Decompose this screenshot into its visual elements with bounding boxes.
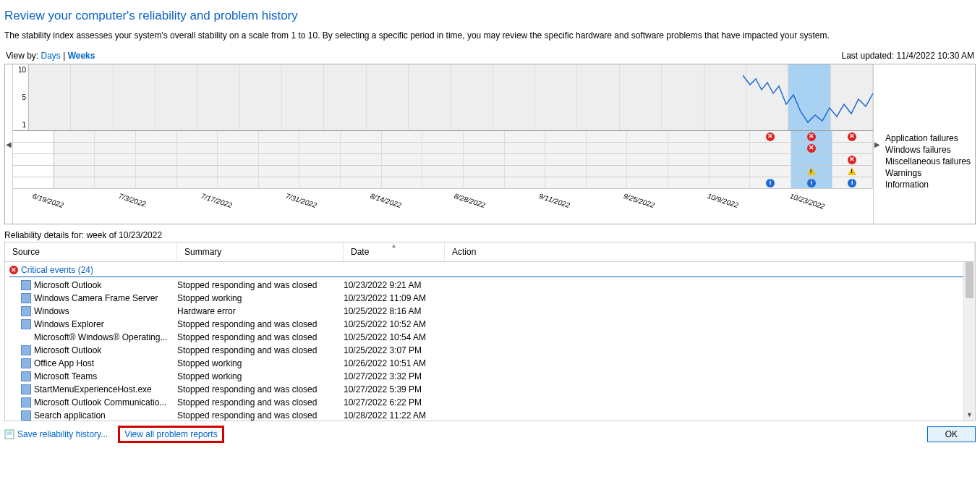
chart-column[interactable]	[662, 64, 704, 130]
table-scrollbar[interactable]: ▲ ▼	[963, 262, 975, 421]
chart-column[interactable]	[620, 64, 662, 130]
app-icon	[21, 319, 31, 329]
event-table: ✕ Critical events (24) ▲ Microsoft Outlo…	[4, 262, 976, 421]
footer: Save reliability history... View all pro…	[4, 426, 976, 443]
col-summary[interactable]: Summary	[177, 242, 344, 261]
event-row-labels: Application failures Windows failures Mi…	[881, 64, 975, 224]
app-icon	[21, 384, 31, 394]
table-row[interactable]: Windows Camera Frame ServerStopped worki…	[5, 292, 975, 305]
view-weeks-link[interactable]: Weeks	[68, 51, 95, 61]
table-row[interactable]: Microsoft OutlookStopped responding and …	[5, 344, 975, 357]
view-all-reports-link[interactable]: View all problem reports	[124, 429, 218, 439]
reliability-chart: ◀ 10 5 1 ✕i✕✕i✕✕i 6/19/20227/3/20227/17/…	[4, 64, 976, 224]
table-row[interactable]: Windows ExplorerStopped responding and w…	[5, 318, 975, 331]
table-row[interactable]: Microsoft OutlookStopped responding and …	[5, 279, 975, 292]
error-icon: ✕	[807, 132, 816, 141]
table-row[interactable]: StartMenuExperienceHost.exeStopped respo…	[5, 383, 975, 396]
chart-column[interactable]	[831, 64, 873, 130]
table-row[interactable]: Search applicationStopped responding and…	[5, 409, 975, 421]
table-row[interactable]: Microsoft TeamsStopped working10/27/2022…	[5, 370, 975, 383]
table-row[interactable]: WindowsHardware error10/25/2022 8:16 AM	[5, 305, 975, 318]
chart-column[interactable]	[197, 64, 239, 130]
error-icon: ✕	[766, 132, 775, 141]
app-icon	[21, 280, 31, 290]
ok-button[interactable]: OK	[927, 426, 976, 442]
app-icon	[21, 293, 31, 303]
chart-column[interactable]	[535, 64, 577, 130]
warning-icon	[848, 167, 856, 175]
save-history-link[interactable]: Save reliability history...	[4, 429, 108, 439]
view-all-highlight: View all problem reports	[118, 426, 224, 443]
chart-column[interactable]	[577, 64, 619, 130]
error-icon: ✕	[807, 144, 816, 153]
error-icon: ✕	[848, 156, 856, 164]
scroll-down-icon[interactable]: ▼	[964, 409, 975, 421]
chart-column[interactable]	[451, 64, 493, 130]
app-icon	[21, 358, 31, 368]
col-date[interactable]: ▲Date	[344, 242, 445, 261]
chart-column[interactable]	[114, 64, 155, 130]
sort-asc-icon: ▲	[391, 242, 397, 249]
error-icon: ✕	[9, 266, 18, 274]
group-critical-events[interactable]: ✕ Critical events (24) ▲	[9, 265, 971, 277]
page-description: The stability index assesses your system…	[4, 30, 976, 41]
y-axis: 10 5 1	[13, 64, 29, 130]
info-icon: i	[766, 179, 775, 187]
last-updated-value: 11/4/2022 10:30 AM	[897, 51, 974, 61]
chart-column[interactable]	[29, 64, 71, 130]
save-icon	[4, 429, 14, 439]
scrollbar-thumb[interactable]	[966, 262, 973, 298]
table-row[interactable]: Microsoft Outlook Communicatio...Stopped…	[5, 396, 975, 409]
table-header: Source Summary ▲Date Action	[4, 242, 976, 262]
chart-column[interactable]	[155, 64, 197, 130]
chart-column[interactable]	[367, 64, 409, 130]
info-icon: i	[807, 179, 816, 187]
chart-column[interactable]	[746, 64, 788, 130]
chart-column[interactable]	[282, 64, 324, 130]
viewby-label: View by:	[6, 51, 38, 61]
x-axis: 6/19/20227/3/20227/17/20227/31/20228/14/…	[29, 189, 873, 219]
event-rows: ✕i✕✕i✕✕i	[13, 131, 873, 189]
error-icon: ✕	[848, 132, 856, 141]
chart-column[interactable]	[324, 64, 366, 130]
view-days-link[interactable]: Days	[41, 51, 60, 61]
col-source[interactable]: Source	[5, 242, 177, 261]
scroll-right-button[interactable]: ▶	[874, 64, 881, 224]
col-action[interactable]: Action	[445, 242, 975, 261]
details-for-label: Reliability details for: week of 10/23/2…	[4, 230, 976, 240]
table-row[interactable]: Office App HostStopped working10/26/2022…	[5, 357, 975, 370]
chart-column[interactable]	[788, 64, 830, 130]
app-icon	[21, 345, 31, 355]
last-updated-label: Last updated:	[842, 51, 895, 61]
app-icon	[21, 397, 31, 408]
app-icon	[21, 371, 31, 381]
warning-icon	[807, 167, 816, 175]
chart-column[interactable]	[71, 64, 113, 130]
chart-column[interactable]	[704, 64, 746, 130]
chart-column[interactable]	[493, 64, 535, 130]
app-icon	[21, 410, 31, 421]
svg-rect-1	[7, 431, 12, 435]
table-row[interactable]: Microsoft® Windows® Operating...Stopped …	[5, 331, 975, 344]
info-icon: i	[848, 179, 856, 187]
page-title: Review your computer's reliability and p…	[4, 9, 976, 23]
graph-grid[interactable]	[29, 64, 873, 130]
scroll-left-button[interactable]: ◀	[5, 64, 12, 224]
chart-column[interactable]	[409, 64, 451, 130]
chart-column[interactable]	[240, 64, 282, 130]
view-bar: View by: Days | Weeks Last updated: 11/4…	[4, 51, 976, 61]
app-icon	[21, 306, 31, 316]
